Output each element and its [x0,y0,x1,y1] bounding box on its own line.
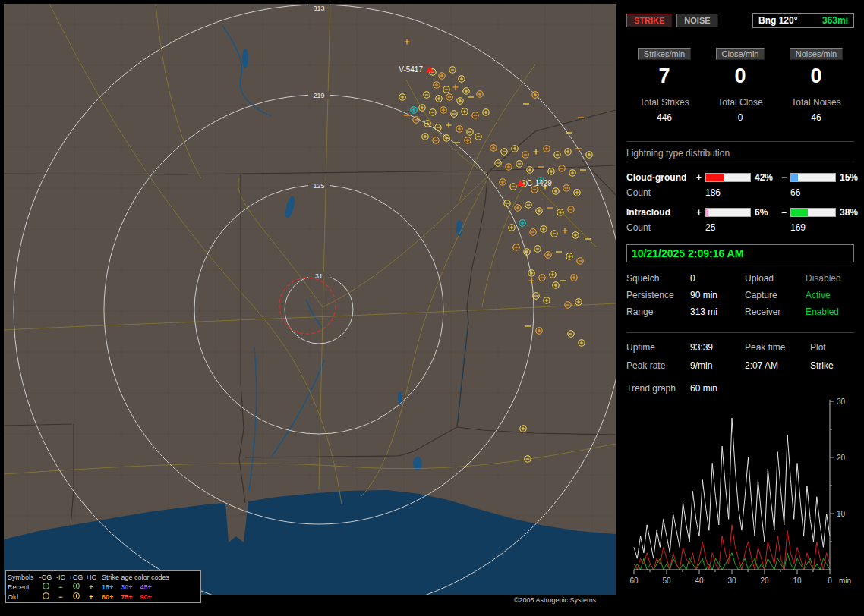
range-label: Range [626,306,690,317]
circle-plus-icon [68,582,84,592]
peak-time-label: Peak time [745,342,810,353]
x-tick-60: 60 [629,577,639,585]
trend-header: Trend graph 60 min [626,383,854,394]
plus-icon: + [84,593,99,601]
bearing-label: Bng 120° [758,15,797,26]
persistence-value: 90 min [690,290,745,300]
receiver-value: Enabled [806,306,854,317]
cg-negative-bar [790,173,836,182]
legend-col-neg-ic: -IC [53,574,68,581]
uptime-value: 93:39 [690,342,745,353]
distribution-section: Lightning type distribution Cloud-ground… [626,141,854,235]
ring-label-125: 125 [313,182,324,190]
x-tick-20: 20 [760,577,769,585]
age-code-60: 60+ [102,593,113,601]
x-tick-10: 10 [793,577,802,585]
legend-col-neg-cg: -CG [38,574,53,581]
datetime-display: 10/21/2025 2:09:16 AM [626,244,854,262]
capture-value: Active [806,290,854,300]
cg-negative-pct: 15% [836,172,858,183]
legend-old-label: Old [8,593,38,601]
y-tick-10: 10 [837,510,846,518]
age-code-45: 45+ [140,583,152,591]
intracloud-label: Intracloud [626,207,696,218]
plot-label: Plot [810,342,854,353]
trend-window-value: 60 min [690,383,854,394]
ring-label-313: 313 [313,5,324,12]
receiver-label: Receiver [745,306,806,317]
strikes-per-min-chip[interactable]: Strikes/min [638,48,691,60]
legend-recent-label: Recent [8,583,38,591]
strike-button[interactable]: STRIKE [626,14,672,27]
ic-negative-pct: 38% [836,207,858,218]
bearing-value: 363mi [822,15,848,26]
close-per-min-chip[interactable]: Close/min [716,48,765,60]
legend-recent-row: Recent − + 15+ 30+ 45+ [8,582,199,592]
copyright-text: ©2005 Astrogenic Systems [514,596,596,604]
age-code-30: 30+ [121,583,132,591]
map-legend: Symbols -CG -IC +CG +IC Strike age color… [5,570,201,603]
station-label-v5417: V-5417 [399,65,423,74]
age-code-90: 90+ [140,593,152,601]
noises-per-min-value: 0 [778,64,854,88]
circle-plus-icon [68,592,84,602]
stats-section: Strikes/min 7 Total Strikes 446 Close/mi… [626,48,854,123]
x-tick-30: 30 [727,577,736,585]
settings-grid: Squelch 0 Upload Disabled Persistence 90… [626,273,854,317]
cg-positive-count: 186 [705,187,790,198]
plot-value: Strike [810,360,854,371]
ic-positive-bar [705,208,751,217]
legend-old-row: Old − + 60+ 75+ 90+ [8,592,199,602]
distribution-title: Lightning type distribution [626,148,854,162]
close-per-min-value: 0 [702,64,778,88]
trend-graph: 30 20 10 60 50 40 30 20 10 [626,397,854,588]
circle-minus-icon [38,582,53,592]
cg-negative-count: 66 [790,187,854,198]
x-tick-40: 40 [695,577,704,585]
y-tick-30: 30 [837,398,846,406]
legend-col-pos-ic: +IC [84,574,99,581]
ic-negative-bar [790,208,836,217]
y-tick-20: 20 [837,454,846,462]
topbar: STRIKE NOISE Bng 120° 363mi [626,13,854,28]
cloud-ground-row: Cloud-ground + 42% − 15% [626,170,854,185]
legend-header-row: Symbols -CG -IC +CG +IC Strike age color… [8,572,199,582]
ic-count-row: Count 25 169 [626,220,854,235]
cg-positive-bar [705,173,751,182]
bearing-display: Bng 120° 363mi [752,13,854,28]
noises-per-min-chip[interactable]: Noises/min [790,48,843,60]
legend-age-title: Strike age color codes [99,574,199,581]
app-window: 313 219 125 31 V-5417 C-1429 ©2005 Astro… [0,0,864,616]
total-strikes-value: 446 [626,112,702,123]
minus-sign: − [781,207,790,218]
minus-sign: − [781,172,790,183]
upload-label: Upload [745,273,806,284]
legend-col-pos-cg: +CG [68,574,84,581]
stat-column-close: Close/min 0 Total Close 0 [702,48,778,123]
total-noises-value: 46 [778,112,854,123]
ring-label-219: 219 [313,92,324,99]
station-label-c1429: C-1429 [527,179,552,187]
ic-positive-pct: 6% [751,207,781,218]
upload-value: Disabled [806,273,854,284]
stat-column-noises: Noises/min 0 Total Noises 46 [778,48,854,123]
cloud-ground-label: Cloud-ground [626,172,696,183]
ic-negative-count: 169 [790,222,854,233]
map-svg[interactable]: 313 219 125 31 V-5417 C-1429 [4,4,616,605]
x-axis-unit: min [839,577,851,585]
total-noises-label: Total Noises [778,97,854,108]
minus-icon: − [53,593,68,601]
map-panel[interactable]: 313 219 125 31 V-5417 C-1429 ©2005 Astro… [4,4,616,605]
x-tick-50: 50 [662,577,671,585]
squelch-label: Squelch [626,273,690,284]
noise-button[interactable]: NOISE [676,14,717,27]
cg-positive-pct: 42% [751,172,781,183]
plus-icon: + [84,583,99,591]
count-label: Count [626,222,705,233]
plus-sign: + [696,207,705,218]
age-code-75: 75+ [121,593,132,601]
total-close-value: 0 [702,112,778,123]
persistence-label: Persistence [626,290,690,300]
capture-label: Capture [745,290,806,300]
stat-column-strikes: Strikes/min 7 Total Strikes 446 [626,48,702,123]
